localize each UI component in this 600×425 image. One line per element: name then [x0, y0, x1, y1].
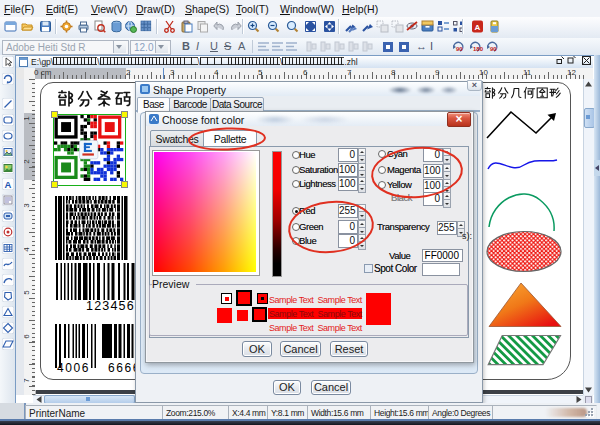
svg-text:A: A [475, 23, 481, 32]
svg-text:A: A [4, 179, 11, 190]
